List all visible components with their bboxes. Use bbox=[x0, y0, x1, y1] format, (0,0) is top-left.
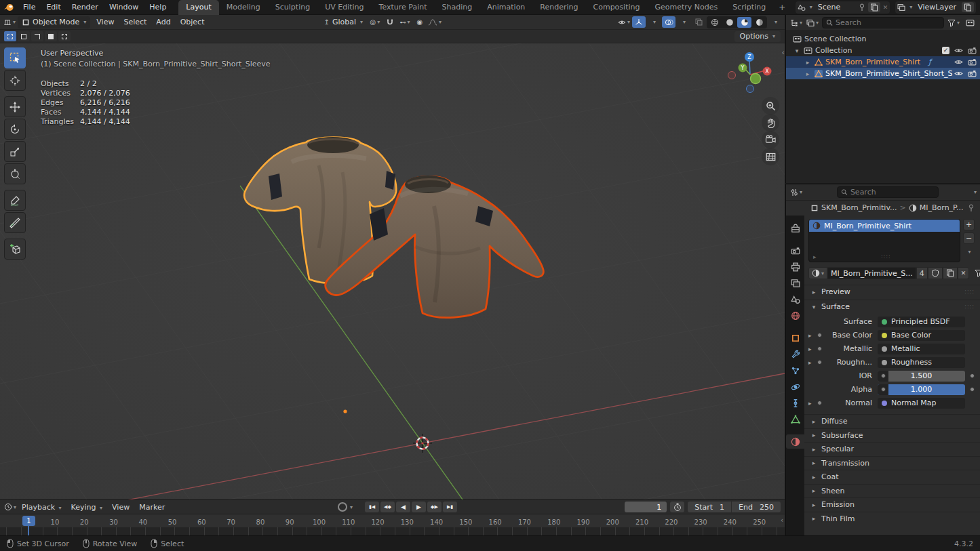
material-link-options[interactable]: ▾ bbox=[969, 269, 980, 277]
outliner-search[interactable] bbox=[822, 17, 944, 28]
orthographic-toggle-button[interactable] bbox=[762, 148, 779, 165]
scene-selector[interactable]: ▾ Scene ✕ bbox=[796, 1, 890, 14]
gizmos-toggle[interactable] bbox=[632, 16, 646, 28]
disable-render-camera-icon[interactable] bbox=[968, 70, 977, 77]
properties-editor-type-selector[interactable]: ▾ bbox=[789, 186, 803, 198]
xray-toggle[interactable] bbox=[692, 16, 705, 28]
scene-name[interactable]: Scene bbox=[815, 3, 856, 12]
collection-label[interactable]: Collection bbox=[815, 46, 852, 55]
workspace-tab-uv-editing[interactable]: UV Editing bbox=[317, 0, 371, 15]
panel-header-coat[interactable]: ▸Coat bbox=[804, 470, 980, 484]
properties-search[interactable] bbox=[837, 186, 939, 198]
shading-solid-button[interactable] bbox=[722, 17, 737, 28]
outliner-editor-type-selector[interactable]: ▾ bbox=[789, 17, 803, 28]
menu-marker[interactable]: Marker bbox=[134, 503, 170, 512]
input-value-button[interactable]: Metallic bbox=[878, 344, 965, 354]
properties-tab-render[interactable] bbox=[786, 243, 804, 258]
menu-add[interactable]: Add bbox=[151, 18, 175, 26]
breadcrumb-object[interactable]: SKM_Born_Primitiv... bbox=[821, 203, 897, 212]
preview-panel-header[interactable]: ▸ Preview :::: bbox=[804, 285, 980, 298]
properties-tab-material[interactable] bbox=[786, 434, 804, 449]
gizmo-axis-neg-x[interactable] bbox=[728, 72, 736, 79]
outliner-filter-button[interactable]: ▾ bbox=[947, 17, 960, 28]
browse-material-button[interactable]: ▾ bbox=[808, 267, 827, 279]
overlays-settings[interactable]: ▾ bbox=[677, 16, 690, 28]
properties-tab-output[interactable] bbox=[786, 260, 804, 274]
slot-expand-icon[interactable]: ▸ bbox=[813, 253, 817, 260]
sidebar-collapse-arrow[interactable]: ‹ bbox=[782, 48, 785, 57]
outliner-row-collection[interactable]: ▾ Collection ✓ bbox=[786, 45, 980, 56]
collection-checkbox[interactable]: ✓ bbox=[942, 47, 949, 54]
expand-chevron-icon[interactable]: ▸ bbox=[804, 70, 812, 77]
remove-material-slot-button[interactable]: − bbox=[963, 232, 975, 244]
shading-settings[interactable]: ▾ bbox=[768, 16, 782, 28]
new-view-layer-button[interactable] bbox=[962, 2, 974, 12]
timeline-editor-type-selector[interactable]: ▾ bbox=[3, 502, 17, 513]
expand-chevron-icon[interactable]: ▸ bbox=[804, 59, 812, 66]
add-workspace-button[interactable]: + bbox=[773, 3, 791, 12]
unlink-material-button[interactable]: ✕ bbox=[958, 267, 970, 279]
properties-options-chevron[interactable]: ▾ bbox=[974, 189, 977, 195]
navigation-gizmo[interactable]: Z Y X bbox=[726, 46, 775, 100]
properties-tab-view-layer[interactable] bbox=[786, 276, 804, 290]
scene-collection-label[interactable]: Scene Collection bbox=[804, 35, 866, 43]
outliner-search-input[interactable] bbox=[836, 18, 940, 27]
select-mode-set[interactable] bbox=[4, 31, 16, 41]
menu-file[interactable]: File bbox=[18, 0, 41, 15]
material-specials-button[interactable]: ▾ bbox=[963, 246, 975, 258]
panel-header-transmission[interactable]: ▸Transmission bbox=[804, 456, 980, 470]
shading-rendered-button[interactable] bbox=[752, 17, 766, 28]
drag-grip-icon[interactable]: :::: bbox=[964, 304, 980, 310]
tool-scale[interactable] bbox=[4, 141, 26, 162]
workspace-tab-texture-paint[interactable]: Texture Paint bbox=[372, 0, 435, 15]
panel-header-sheen[interactable]: ▸Sheen bbox=[804, 484, 980, 498]
next-keyframe-button[interactable]: ◆▶ bbox=[427, 502, 442, 512]
input-value-button[interactable]: Roughness bbox=[878, 357, 965, 368]
workspace-tab-scripting[interactable]: Scripting bbox=[725, 0, 773, 15]
viewport-3d-scene[interactable] bbox=[0, 43, 785, 499]
material-slot-name[interactable]: MI_Born_Primitive_Shirt bbox=[824, 222, 912, 230]
expand-chevron-icon[interactable]: ▸ bbox=[808, 400, 817, 407]
breadcrumb-material[interactable]: MI_Born_P... bbox=[920, 203, 964, 212]
panel-header-emission[interactable]: ▸Emission bbox=[804, 497, 980, 512]
hide-eye-icon[interactable] bbox=[954, 47, 963, 54]
gizmo-axis-neg-z[interactable] bbox=[747, 85, 754, 93]
outliner-display-mode-selector[interactable]: ▾ bbox=[806, 17, 819, 28]
camera-view-button[interactable] bbox=[762, 131, 779, 148]
menu-edit[interactable]: Edit bbox=[41, 0, 66, 15]
tool-add-cube[interactable] bbox=[4, 239, 26, 260]
disable-render-camera-icon[interactable] bbox=[968, 47, 977, 54]
properties-tab-physics[interactable] bbox=[786, 380, 804, 394]
input-value-slider[interactable]: 1.500 bbox=[878, 371, 965, 382]
menu-window[interactable]: Window bbox=[104, 0, 144, 15]
view-layer-name[interactable]: ViewLayer bbox=[915, 3, 959, 12]
overlays-toggle[interactable] bbox=[662, 16, 675, 28]
jump-to-end-button[interactable]: ▶▮ bbox=[443, 502, 457, 512]
outliner-row-scene-collection[interactable]: Scene Collection bbox=[786, 33, 980, 45]
tool-rotate[interactable] bbox=[4, 119, 26, 140]
resize-grip-icon[interactable]: :::: bbox=[881, 253, 891, 260]
tool-measure[interactable] bbox=[4, 212, 26, 233]
tool-transform[interactable] bbox=[4, 163, 26, 184]
play-button[interactable]: ▶ bbox=[412, 502, 426, 512]
snap-toggle[interactable] bbox=[383, 16, 397, 28]
workspace-tab-geometry-nodes[interactable]: Geometry Nodes bbox=[647, 0, 725, 15]
outliner-row-object-shirt[interactable]: ▸ SKM_Born_Primitive_Shirt ƒ bbox=[786, 56, 980, 68]
playhead-line[interactable] bbox=[28, 525, 29, 536]
tool-cursor[interactable] bbox=[4, 70, 26, 91]
input-value-button[interactable]: Normal Map bbox=[878, 398, 965, 409]
menu-playback[interactable]: Playback ▾ bbox=[17, 503, 66, 512]
pin-icon[interactable] bbox=[968, 204, 975, 212]
blender-logo-icon[interactable] bbox=[0, 3, 18, 12]
input-value-button[interactable]: Principled BSDF bbox=[878, 317, 965, 327]
properties-tab-particles[interactable] bbox=[786, 363, 804, 377]
view-layer-selector[interactable]: ▾ ViewLayer bbox=[895, 1, 976, 14]
properties-tab-modifiers[interactable] bbox=[786, 347, 804, 361]
transform-orientation-selector[interactable]: ↥ Global ▾ bbox=[319, 16, 367, 28]
proportional-edit-toggle[interactable]: ◉ bbox=[413, 16, 427, 28]
material-name-field[interactable]: MI_Born_Primitive_S... bbox=[827, 267, 916, 279]
workspace-tab-rendering[interactable]: Rendering bbox=[532, 0, 585, 15]
frame-start-field[interactable]: Start1 bbox=[688, 502, 731, 512]
tool-move[interactable] bbox=[4, 96, 26, 117]
select-mode-intersect[interactable] bbox=[58, 31, 71, 41]
